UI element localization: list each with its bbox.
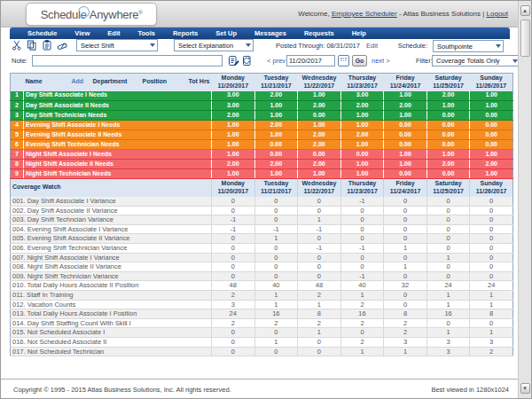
needs-row-label: Night Shift Associate II Needs: [24, 160, 212, 169]
coverage-value-cell: 0: [212, 262, 255, 272]
user-profile-link[interactable]: Employee Scheduler: [332, 10, 397, 18]
needs-value-cell: 0.00: [470, 121, 513, 130]
coverage-value-cell: 3: [426, 347, 470, 356]
shift-dropdown[interactable]: Select Shift: [76, 39, 158, 51]
filter-label: Filter:: [416, 57, 433, 65]
needs-value-cell: 1.00: [254, 101, 298, 111]
prev-link[interactable]: < prev: [267, 57, 286, 65]
note-refresh-icon[interactable]: [242, 55, 254, 66]
coverage-row: 004. Evening Shift Associate I Variance-…: [11, 224, 513, 234]
nav-item-tools[interactable]: Tools: [129, 27, 163, 39]
coverage-value-cell: 40: [340, 281, 384, 291]
coverage-row: 016. Not Scheduled Associate II0102333: [11, 337, 513, 347]
row-number-column-header: [11, 74, 24, 91]
coverage-value-cell: 0: [212, 328, 255, 338]
needs-value-cell: 1.00: [470, 169, 513, 179]
coverage-value-cell: -1: [340, 197, 384, 207]
posted-edit-link[interactable]: Edit: [366, 42, 378, 50]
coverage-value-cell: 0: [426, 215, 470, 225]
coverage-row-label: 013. Total Daily Hours Associate I Posit…: [11, 309, 212, 319]
posted-through-date: 08/31/2017: [326, 42, 360, 50]
needs-value-cell: 1.00: [212, 150, 255, 160]
coverage-value-cell: -1: [340, 271, 384, 281]
scroll-down-icon[interactable]: ▼: [520, 383, 530, 394]
nav-item-reports[interactable]: Reports: [164, 27, 207, 39]
day-column-header: Tuesday11/21/2017: [254, 74, 298, 91]
needs-value-cell: 0.00: [384, 140, 427, 150]
needs-value-cell: 0.00: [426, 130, 470, 140]
scrollbar-thumb[interactable]: [520, 20, 530, 57]
needs-value-cell: 2.00: [340, 101, 384, 111]
day-name: Monday: [214, 180, 253, 188]
paste-icon[interactable]: [42, 40, 52, 51]
department-column-header: Department: [91, 74, 141, 91]
nav-item-requests[interactable]: Requests: [295, 27, 343, 39]
coverage-value-cell: 2: [212, 290, 255, 300]
needs-value-cell: 0.00: [298, 150, 341, 160]
coverage-value-cell: 0: [426, 234, 470, 244]
row-number: 6: [11, 140, 24, 150]
needs-value-cell: 2.00: [426, 91, 470, 101]
scroll-up-icon[interactable]: ▲: [520, 5, 530, 16]
nav-item-messages[interactable]: Messages: [246, 27, 295, 39]
top-header-strip: Schedule Anywhere® Welcome, Employee Sch…: [1, 1, 531, 27]
needs-value-cell: 1.00: [298, 169, 341, 179]
needs-value-cell: 1.00: [254, 111, 298, 121]
day-column-header: Thursday11/23/2017: [340, 179, 384, 197]
copy-icon[interactable]: [27, 40, 37, 51]
note-input[interactable]: [32, 55, 223, 66]
explanation-dropdown[interactable]: Select Explanation: [174, 39, 254, 51]
date-input[interactable]: [286, 55, 335, 66]
needs-value-cell: 1.00: [298, 91, 341, 101]
logout-link[interactable]: Logout: [487, 10, 508, 18]
eraser-icon[interactable]: [57, 40, 67, 51]
needs-value-cell: 0.00: [340, 150, 384, 160]
row-number: 4: [11, 121, 24, 130]
coverage-value-cell: 3: [426, 337, 470, 347]
needs-value-cell: 0.00: [426, 111, 470, 121]
filter-dropdown[interactable]: Coverage Totals Only: [432, 55, 520, 66]
coverage-value-cell: 0: [384, 300, 427, 309]
chevron-down-icon: [496, 44, 501, 48]
cut-icon[interactable]: [12, 40, 22, 51]
chevron-down-icon: [150, 43, 155, 47]
note-edit-icon[interactable]: [228, 55, 239, 66]
coverage-value-cell: 8: [384, 309, 427, 319]
explanation-dropdown-value: Select Explanation: [178, 42, 233, 50]
day-date: 11/26/2017: [472, 82, 511, 90]
needs-value-cell: 0.00: [298, 111, 341, 121]
needs-value-cell: 2.00: [298, 160, 341, 169]
vertical-scrollbar[interactable]: ▲ ▼: [518, 1, 531, 398]
nav-item-help[interactable]: Help: [343, 27, 375, 39]
schedule-dropdown[interactable]: Southpointe: [433, 40, 504, 52]
next-link[interactable]: next >: [372, 57, 390, 65]
needs-row-label: Night Shift Technician Needs: [24, 169, 212, 179]
coverage-value-cell: 0: [298, 206, 341, 215]
coverage-row-label: 005. Evening Shift Associate II Variance: [11, 234, 212, 244]
coverage-value-cell: 0: [470, 234, 513, 244]
needs-row: 7Night Shift Associate I Needs1.000.000.…: [11, 150, 513, 160]
coverage-value-cell: 0: [426, 318, 470, 328]
coverage-value-cell: 0: [298, 337, 341, 347]
add-link[interactable]: Add: [72, 78, 84, 84]
day-name: Thursday: [343, 180, 382, 188]
coverage-row: 001. Day Shift Associate I Variance000-1…: [11, 197, 513, 207]
row-number: 9: [11, 169, 24, 179]
app-logo-text: Schedule Anywhere®: [41, 8, 143, 21]
day-date: 11/25/2017: [429, 188, 468, 196]
coverage-value-cell: 0: [426, 224, 470, 234]
coverage-watch-title: Coverage Watch: [11, 179, 212, 197]
coverage-value-cell: 0: [298, 347, 341, 356]
coverage-value-cell: 0: [254, 243, 298, 253]
go-button[interactable]: Go: [352, 55, 367, 66]
coverage-value-cell: 0: [254, 271, 298, 281]
nav-item-edit[interactable]: Edit: [98, 27, 129, 39]
nav-item-set-up[interactable]: Set Up: [207, 27, 246, 39]
coverage-value-cell: 0: [298, 253, 341, 262]
nav-item-schedule[interactable]: Schedule: [19, 27, 66, 39]
coverage-value-cell: 1: [470, 328, 513, 338]
nav-item-view[interactable]: View: [66, 27, 98, 39]
needs-value-cell: 0.00: [426, 140, 470, 150]
coverage-value-cell: 0: [384, 206, 427, 215]
calendar-icon[interactable]: [338, 55, 349, 66]
